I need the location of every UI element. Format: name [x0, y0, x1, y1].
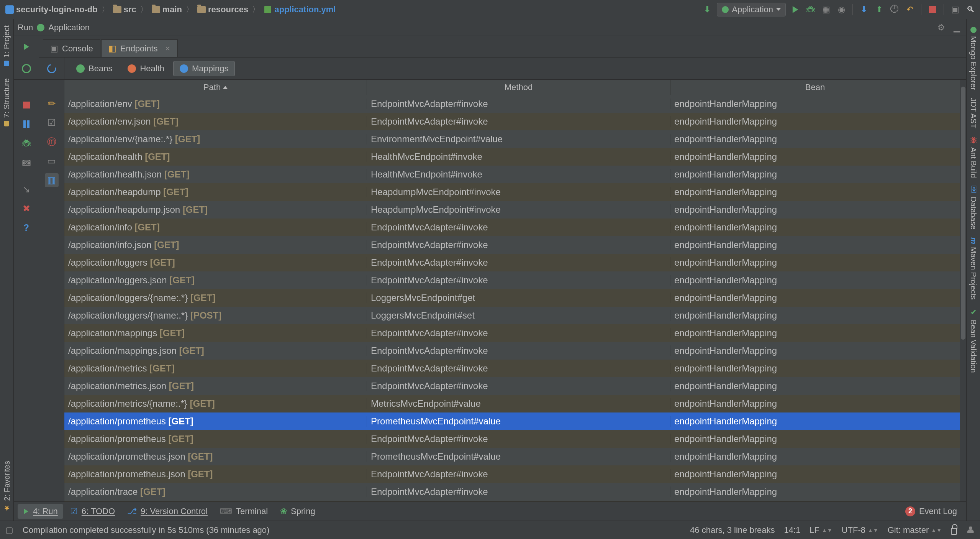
status-git-branch[interactable]: Git: master▲▼: [888, 525, 942, 535]
tool-tab-favorites[interactable]: ★2: Favorites: [0, 457, 14, 517]
table-row[interactable]: /application/info [GET]EndpointMvcAdapte…: [64, 219, 960, 236]
scrollbar-thumb[interactable]: [961, 87, 965, 340]
cell-method: EndpointMvcAdapter#invoke: [367, 257, 670, 268]
tool-tab-jdt[interactable]: JDT AST: [967, 94, 980, 132]
run-config-selector[interactable]: Application: [717, 3, 786, 16]
table-row[interactable]: /application/health.json [GET]HealthMvcE…: [64, 166, 960, 183]
cell-bean: endpointHandlerMapping: [670, 381, 960, 391]
readonly-lock-icon[interactable]: [951, 526, 957, 535]
vertical-scrollbar[interactable]: [960, 80, 966, 501]
toggle-library-button[interactable]: ☑︎: [45, 116, 59, 130]
status-chars: 46 chars, 3 line breaks: [690, 525, 775, 535]
tool-spring[interactable]: ❀︎Spring: [275, 504, 321, 519]
cell-bean: endpointHandlerMapping: [670, 134, 960, 145]
cell-path: /application/info [GET]: [64, 222, 367, 233]
table-row[interactable]: /application/heapdump.json [GET]Heapdump…: [64, 201, 960, 219]
table-row[interactable]: /application/metrics [GET]EndpointMvcAda…: [64, 360, 960, 377]
help-button[interactable]: ?: [20, 221, 33, 235]
table-row[interactable]: /application/mappings [GET]EndpointMvcAd…: [64, 324, 960, 342]
table-row[interactable]: /application/loggers/{name:.*} [GET]Logg…: [64, 289, 960, 307]
table-row[interactable]: /application/env/{name:.*} [GET]Environm…: [64, 130, 960, 148]
rest-button[interactable]: ▭: [45, 154, 59, 168]
tool-run[interactable]: 4: Run: [18, 504, 63, 519]
tab-endpoints[interactable]: ◧ Endpoints ✕: [101, 39, 178, 57]
table-row[interactable]: /application/env [GET]EndpointMvcAdapter…: [64, 95, 960, 113]
tool-tab-ant[interactable]: 🐜︎Ant Build: [967, 132, 980, 182]
dump-threads-button[interactable]: 📷︎: [20, 156, 33, 169]
pause-button[interactable]: [20, 117, 33, 131]
tool-tab-structure[interactable]: 7: Structure: [0, 74, 13, 130]
edit-source-button[interactable]: ✎︎: [45, 97, 59, 110]
tool-tab-bean-validation[interactable]: ✔︎Bean Validation: [967, 304, 980, 377]
tool-version-control[interactable]: ⎇9: Version Control: [122, 504, 213, 519]
http-client-button[interactable]: ⓜ: [45, 135, 59, 149]
breadcrumb-item-2[interactable]: main: [150, 4, 184, 15]
column-header-path[interactable]: Path: [64, 80, 367, 95]
table-row[interactable]: /application/prometheus.json [GET]Endpoi…: [64, 465, 960, 483]
table-row[interactable]: /application/metrics.json [GET]EndpointM…: [64, 377, 960, 395]
rerun-button[interactable]: [20, 40, 33, 54]
table-row[interactable]: /application/prometheus [GET]EndpointMvc…: [64, 430, 960, 448]
status-encoding[interactable]: UTF-8▲▼: [842, 525, 878, 535]
tool-event-log[interactable]: 2Event Log: [900, 504, 962, 519]
filter-beans[interactable]: Beans: [70, 61, 119, 76]
tool-terminal[interactable]: ⌨︎Terminal: [215, 504, 273, 519]
table-row[interactable]: /application/loggers/{name:.*} [POST]Log…: [64, 307, 960, 324]
table-row[interactable]: /application/prometheus [GET]PrometheusM…: [64, 412, 960, 430]
tool-todo[interactable]: ☑︎6: TODO: [65, 504, 120, 519]
tool-tab-mongo[interactable]: Mongo Explorer: [967, 23, 980, 94]
vcs-update-button[interactable]: ⬇︎: [858, 4, 870, 15]
column-header-bean[interactable]: Bean: [670, 80, 960, 95]
debug-button[interactable]: 🐞︎: [805, 4, 816, 15]
rail-slot-1: [14, 58, 39, 79]
window-menu-icon[interactable]: ▢: [5, 525, 13, 535]
inspection-icon[interactable]: 👤︎: [966, 525, 975, 535]
rerun-build-button[interactable]: [20, 62, 33, 76]
vcs-commit-button[interactable]: ⬆︎: [873, 4, 885, 15]
exit-button[interactable]: ↘︎: [20, 182, 33, 196]
run-button[interactable]: [790, 4, 801, 15]
breadcrumb-item-3[interactable]: resources: [196, 4, 250, 15]
refresh-button[interactable]: [45, 62, 59, 76]
attach-debugger-button[interactable]: 🐞︎: [20, 136, 33, 150]
tool-tab-maven[interactable]: mMaven Projects: [967, 233, 980, 304]
table-row[interactable]: /application/health [GET]HealthMvcEndpoi…: [64, 148, 960, 166]
tool-settings-button[interactable]: ⚙︎: [936, 22, 947, 33]
tool-tab-project[interactable]: 1: Project: [0, 21, 13, 70]
close-icon[interactable]: ✕: [165, 44, 170, 53]
stop-process-button[interactable]: [20, 98, 33, 112]
table-row[interactable]: /application/info.json [GET]EndpointMvcA…: [64, 236, 960, 254]
vcs-revert-button[interactable]: ↶: [904, 4, 916, 15]
status-line-sep[interactable]: LF▲▼: [810, 525, 832, 535]
table-row[interactable]: /application/trace [GET]EndpointMvcAdapt…: [64, 483, 960, 501]
breadcrumb-label: resources: [208, 5, 248, 15]
profile-button[interactable]: ◉: [836, 4, 847, 15]
table-row[interactable]: /application/loggers [GET]EndpointMvcAda…: [64, 254, 960, 271]
tool-tab-database[interactable]: 🗄︎Database: [967, 182, 980, 233]
filter-health[interactable]: Health: [121, 61, 171, 76]
stop-button[interactable]: [927, 4, 938, 15]
breadcrumb-item-1[interactable]: src: [111, 4, 138, 15]
close-run-button[interactable]: ✖︎: [20, 202, 33, 215]
breadcrumb-item-0[interactable]: security-login-no-db: [4, 4, 99, 15]
chart-button[interactable]: ▥: [45, 173, 59, 187]
filter-mappings[interactable]: Mappings: [173, 61, 235, 76]
table-row[interactable]: /application/prometheus.json [GET]Promet…: [64, 448, 960, 465]
breadcrumb-item-4[interactable]: application.yml: [262, 4, 337, 15]
vcs-history-button[interactable]: 🕘︎: [889, 4, 900, 15]
coverage-button[interactable]: ▦: [820, 4, 832, 15]
column-header-method[interactable]: Method: [367, 80, 670, 95]
status-position[interactable]: 14:1: [784, 525, 800, 535]
mappings-table[interactable]: /application/env [GET]EndpointMvcAdapter…: [64, 95, 960, 501]
cell-method: LoggersMvcEndpoint#get: [367, 293, 670, 303]
tab-console[interactable]: ▣ Console: [43, 39, 100, 57]
tool-hide-button[interactable]: ▁: [951, 22, 962, 33]
table-row[interactable]: /application/mappings.json [GET]Endpoint…: [64, 342, 960, 360]
build-button[interactable]: ⬇︎: [701, 4, 713, 15]
search-everywhere-button[interactable]: 🔍︎: [965, 4, 976, 15]
project-structure-button[interactable]: ▣: [949, 4, 961, 15]
table-row[interactable]: /application/env.json [GET]EndpointMvcAd…: [64, 113, 960, 130]
table-row[interactable]: /application/heapdump [GET]HeapdumpMvcEn…: [64, 183, 960, 201]
table-row[interactable]: /application/metrics/{name:.*} [GET]Metr…: [64, 395, 960, 412]
table-row[interactable]: /application/loggers.json [GET]EndpointM…: [64, 271, 960, 289]
